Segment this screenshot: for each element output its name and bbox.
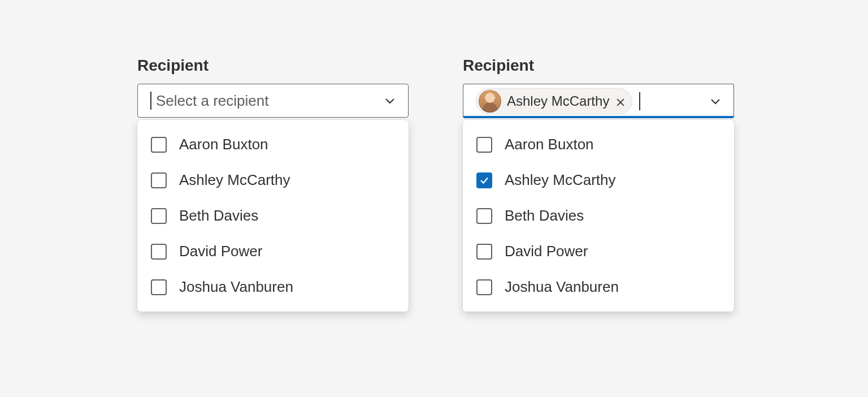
option-joshua-vanburen[interactable]: Joshua Vanburen	[137, 269, 409, 305]
recipient-picker-empty: Recipient Select a recipient Aaron Buxto…	[137, 57, 409, 312]
checkbox-icon	[151, 208, 167, 224]
option-aaron-buxton[interactable]: Aaron Buxton	[463, 127, 734, 162]
checkbox-icon	[151, 279, 167, 295]
option-label: Joshua Vanburen	[179, 278, 293, 296]
close-icon[interactable]	[615, 96, 626, 107]
option-ashley-mccarthy[interactable]: Ashley McCarthy	[463, 162, 734, 198]
recipient-combobox[interactable]: Ashley McCarthy	[463, 84, 734, 118]
option-label: Aaron Buxton	[505, 136, 594, 153]
option-label: Ashley McCarthy	[179, 171, 290, 189]
field-label: Recipient	[463, 57, 734, 75]
checkbox-icon	[151, 172, 167, 188]
chevron-down-icon	[383, 94, 397, 107]
options-listbox: Aaron Buxton Ashley McCarthy Beth Davies…	[137, 120, 409, 312]
option-joshua-vanburen[interactable]: Joshua Vanburen	[463, 269, 734, 305]
option-label: Beth Davies	[505, 207, 584, 225]
option-beth-davies[interactable]: Beth Davies	[463, 198, 734, 234]
checkbox-icon	[151, 137, 167, 153]
option-david-power[interactable]: David Power	[463, 234, 734, 269]
selected-chip[interactable]: Ashley McCarthy	[476, 88, 632, 114]
recipient-picker-selected: Recipient Ashley McCarthy Aaron Buxton	[463, 57, 734, 312]
option-label: Ashley McCarthy	[505, 171, 616, 189]
options-listbox: Aaron Buxton Ashley McCarthy Beth Davies…	[463, 120, 734, 312]
option-label: David Power	[179, 243, 262, 260]
option-david-power[interactable]: David Power	[137, 234, 409, 269]
option-beth-davies[interactable]: Beth Davies	[137, 198, 409, 234]
checkbox-icon	[476, 208, 492, 224]
avatar	[479, 90, 501, 113]
option-ashley-mccarthy[interactable]: Ashley McCarthy	[137, 162, 409, 198]
text-cursor	[150, 92, 151, 110]
option-aaron-buxton[interactable]: Aaron Buxton	[137, 127, 409, 162]
checkbox-icon	[476, 244, 492, 260]
option-label: Beth Davies	[179, 207, 258, 225]
checkbox-icon	[151, 244, 167, 260]
checkbox-icon	[476, 279, 492, 295]
chevron-down-icon	[709, 94, 722, 108]
chip-label: Ashley McCarthy	[507, 93, 609, 109]
option-label: Joshua Vanburen	[505, 278, 619, 296]
option-label: David Power	[505, 243, 588, 260]
field-label: Recipient	[137, 57, 409, 75]
text-cursor	[639, 92, 640, 110]
checkbox-icon	[476, 137, 492, 153]
option-label: Aaron Buxton	[179, 136, 268, 153]
recipient-combobox[interactable]: Select a recipient	[137, 84, 409, 118]
checkbox-icon	[476, 172, 492, 188]
combobox-placeholder: Select a recipient	[156, 92, 268, 110]
